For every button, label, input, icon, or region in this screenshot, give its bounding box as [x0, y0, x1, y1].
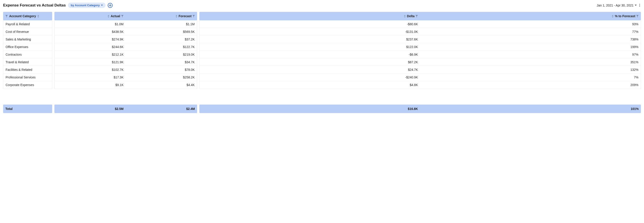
- cell-actual: $17.3K: [55, 75, 126, 79]
- header-right: Jan 1, 2021 - Apr 30, 2021: [597, 3, 641, 8]
- table-row[interactable]: $87.2K351%: [200, 58, 641, 66]
- cell-pct: 351%: [420, 60, 641, 64]
- cell-delta: -$6.9K: [200, 53, 420, 56]
- more-menu-button[interactable]: [638, 3, 641, 8]
- table-row[interactable]: $438.5K$569.5K: [55, 28, 197, 36]
- totals-label: Total: [3, 107, 52, 110]
- date-range-label: Jan 1, 2021 - Apr 30, 2021: [597, 4, 634, 7]
- table-body-category: Payroll & RelatedCost of RevenueSales & …: [3, 20, 52, 89]
- cell-forecast: $37.2K: [126, 38, 197, 41]
- table-row[interactable]: $122.0K199%: [200, 43, 641, 51]
- cell-actual: $9.1K: [55, 83, 126, 87]
- th-forecast[interactable]: Forecast: [126, 14, 197, 18]
- cell-category: Office Expenses: [3, 45, 52, 49]
- th-category[interactable]: Account Category: [3, 14, 52, 18]
- table-row[interactable]: Facilities & Related: [3, 66, 52, 73]
- table-row[interactable]: $244.6K$122.7K: [55, 43, 197, 51]
- table-body-delta-pct: -$80.6K93%-$131.0K77%$237.6K738%$122.0K1…: [199, 20, 641, 89]
- cell-pct: 93%: [420, 22, 641, 26]
- cell-forecast: $1.1M: [126, 22, 197, 26]
- cell-category: Payroll & Related: [3, 22, 52, 26]
- table-row[interactable]: -$131.0K77%: [200, 28, 641, 36]
- table-row[interactable]: Sales & Marketing: [3, 36, 52, 43]
- table-row[interactable]: Office Expenses: [3, 43, 52, 51]
- totals-category: Total: [3, 104, 52, 113]
- data-table: Account Category Actual Forecast Delta %…: [3, 12, 641, 113]
- chevron-down-icon: [635, 5, 637, 6]
- chevron-down-icon: [101, 5, 103, 6]
- sort-icon: [404, 15, 406, 18]
- th-label: Account Category: [9, 14, 36, 18]
- table-row[interactable]: $24.7K132%: [200, 66, 641, 73]
- cell-category: Facilities & Related: [3, 68, 52, 71]
- table-row[interactable]: $121.9K$34.7K: [55, 58, 197, 66]
- cell-pct: 209%: [420, 83, 641, 87]
- table-row[interactable]: $102.7K$78.0K: [55, 66, 197, 73]
- cell-forecast: $34.7K: [126, 60, 197, 64]
- cell-pct: 77%: [420, 30, 641, 34]
- cell-pct: 738%: [420, 38, 641, 41]
- cell-forecast: $122.7K: [126, 45, 197, 49]
- cell-actual: $121.9K: [55, 60, 126, 64]
- th-label: % to Forecast: [615, 14, 635, 18]
- group-by-pill[interactable]: by Account Category: [68, 3, 106, 8]
- sort-icon: [175, 15, 178, 18]
- filter-icon: [636, 15, 639, 18]
- table-row[interactable]: $274.9K$37.2K: [55, 36, 197, 43]
- widget-header: Expense Forecast vs Actual Deltas by Acc…: [3, 3, 641, 8]
- date-range-picker[interactable]: Jan 1, 2021 - Apr 30, 2021: [597, 4, 637, 7]
- table-row[interactable]: -$240.9K7%: [200, 73, 641, 81]
- filter-icon: [192, 15, 195, 18]
- table-row[interactable]: Cost of Revenue: [3, 28, 52, 36]
- table-row[interactable]: -$80.6K93%: [200, 20, 641, 28]
- cell-category: Contractors: [3, 53, 52, 56]
- sort-icon: [107, 15, 110, 18]
- table-row[interactable]: $1.0M$1.1M: [55, 20, 197, 28]
- totals-delta-pct: $16.8K 101%: [199, 104, 641, 113]
- cell-pct: 97%: [420, 53, 641, 56]
- table-row[interactable]: Payroll & Related: [3, 20, 52, 28]
- sort-icon: [37, 15, 40, 18]
- cell-delta: $122.0K: [200, 45, 420, 49]
- table-row[interactable]: Professional Services: [3, 73, 52, 81]
- totals-actual-forecast: $2.5M $2.4M: [54, 104, 197, 113]
- totals-forecast: $2.4M: [126, 107, 197, 110]
- th-delta[interactable]: Delta: [199, 14, 420, 18]
- cell-category: Professional Services: [3, 75, 52, 79]
- cell-delta: -$131.0K: [200, 30, 420, 34]
- column-header-actual-forecast: Actual Forecast: [54, 12, 197, 20]
- cell-delta: -$80.6K: [200, 22, 420, 26]
- filter-icon: [5, 15, 8, 18]
- cell-forecast: $219.0K: [126, 53, 197, 56]
- header-left: Expense Forecast vs Actual Deltas by Acc…: [3, 3, 112, 8]
- th-pct[interactable]: % to Forecast: [420, 14, 641, 18]
- table-row[interactable]: $9.1K$4.4K: [55, 81, 197, 89]
- table-row[interactable]: Contractors: [3, 51, 52, 58]
- table-row[interactable]: $237.6K738%: [200, 36, 641, 43]
- table-row[interactable]: -$6.9K97%: [200, 51, 641, 58]
- cell-delta: $237.6K: [200, 38, 420, 41]
- group-by-label: by Account Category: [71, 4, 100, 7]
- table-row[interactable]: Travel & Related: [3, 58, 52, 66]
- cell-delta: -$240.9K: [200, 75, 420, 79]
- widget-title: Expense Forecast vs Actual Deltas: [3, 3, 66, 8]
- cell-forecast: $569.5K: [126, 30, 197, 34]
- filter-icon: [121, 15, 124, 18]
- cell-forecast: $78.0K: [126, 68, 197, 71]
- th-label: Delta: [407, 14, 414, 18]
- table-row[interactable]: $17.3K$258.2K: [55, 73, 197, 81]
- table-row[interactable]: Corporate Expenses: [3, 81, 52, 89]
- cell-forecast: $4.4K: [126, 83, 197, 87]
- cell-delta: $24.7K: [200, 68, 420, 71]
- add-button[interactable]: [108, 3, 112, 8]
- cell-pct: 7%: [420, 75, 641, 79]
- cell-forecast: $258.2K: [126, 75, 197, 79]
- th-actual[interactable]: Actual: [54, 14, 126, 18]
- column-header-delta-pct: Delta % to Forecast: [199, 12, 641, 20]
- table-row[interactable]: $4.8K209%: [200, 81, 641, 89]
- th-label: Actual: [110, 14, 120, 18]
- cell-category: Cost of Revenue: [3, 30, 52, 34]
- table-body-actual-forecast: $1.0M$1.1M$438.5K$569.5K$274.9K$37.2K$24…: [54, 20, 197, 89]
- table-row[interactable]: $212.1K$219.0K: [55, 51, 197, 58]
- filter-icon: [416, 15, 418, 18]
